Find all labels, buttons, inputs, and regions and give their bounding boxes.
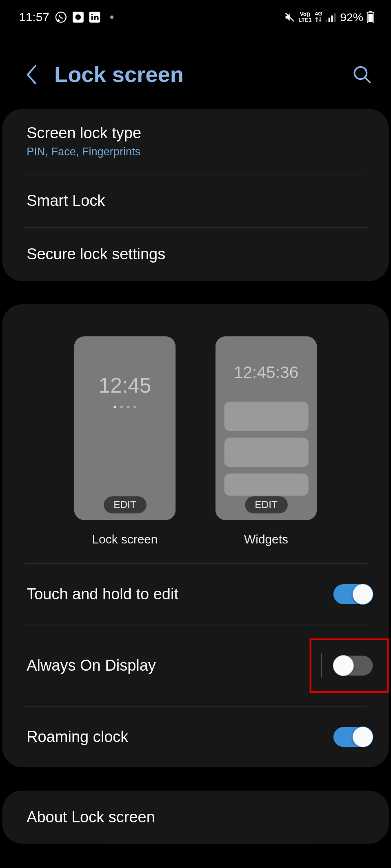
page-title: Lock screen	[54, 62, 337, 87]
status-left: 11:57	[19, 10, 113, 24]
row-screen-lock-type[interactable]: Screen lock type PIN, Face, Fingerprints	[2, 109, 389, 174]
preview-clock: 12:45:36	[234, 363, 298, 382]
svg-rect-8	[329, 18, 330, 22]
preview-clock: 12:45	[98, 374, 151, 398]
svg-rect-7	[326, 20, 327, 22]
svg-point-2	[76, 14, 81, 20]
row-title: Screen lock type	[27, 124, 364, 142]
widget-blocks	[224, 402, 308, 496]
row-title: Secure lock settings	[27, 246, 364, 263]
battery-percent: 92%	[340, 11, 363, 24]
toggle-label: Roaming clock	[27, 728, 128, 746]
svg-point-14	[354, 67, 367, 79]
linkedin-icon	[89, 11, 100, 22]
row-title: About Lock screen	[27, 808, 364, 826]
more-notifications-dot	[110, 15, 113, 19]
data-arrows-icon	[315, 17, 322, 23]
about-card: About Lock screen	[2, 791, 389, 844]
previews-container: 12:45 EDIT Lock screen 12:45:36 EDIT Wid…	[2, 304, 389, 563]
status-right: Vo)) LTE1 4G 92%	[284, 11, 374, 24]
signal-icon	[326, 12, 337, 22]
row-roaming-clock[interactable]: Roaming clock	[2, 707, 389, 767]
preview-phone-widgets: 12:45:36 EDIT	[215, 336, 317, 520]
toggle-label: Touch and hold to edit	[27, 585, 178, 603]
preview-widgets[interactable]: 12:45:36 EDIT Widgets	[215, 336, 317, 547]
mute-icon	[284, 11, 295, 22]
toggle-label: Always On Display	[27, 657, 156, 674]
svg-rect-10	[334, 13, 335, 22]
highlight-annotation	[310, 638, 389, 693]
status-time: 11:57	[19, 10, 49, 24]
separator	[321, 654, 322, 678]
edit-button[interactable]: EDIT	[104, 496, 147, 513]
row-touch-hold-edit[interactable]: Touch and hold to edit	[2, 564, 389, 625]
svg-rect-9	[331, 15, 333, 22]
row-title: Smart Lock	[27, 192, 364, 210]
status-bar: 11:57 Vo)) LTE1 4G	[0, 0, 391, 29]
svg-point-5	[91, 14, 93, 15]
row-always-on-display[interactable]: Always On Display	[2, 625, 389, 706]
preview-lock-screen[interactable]: 12:45 EDIT Lock screen	[74, 336, 176, 547]
header: Lock screen	[0, 29, 391, 109]
svg-rect-4	[91, 16, 93, 20]
row-subtitle: PIN, Face, Fingerprints	[27, 146, 364, 158]
back-button[interactable]	[25, 63, 39, 85]
svg-rect-13	[368, 14, 373, 22]
roaming-clock-toggle[interactable]	[333, 727, 372, 747]
battery-icon	[367, 11, 374, 23]
page-dots	[113, 406, 136, 409]
touch-hold-toggle[interactable]	[333, 584, 372, 604]
preview-phone-lock: 12:45 EDIT	[74, 336, 176, 520]
volte-indicator: Vo)) LTE1	[298, 11, 311, 22]
preview-label: Widgets	[244, 532, 288, 546]
previews-card: 12:45 EDIT Lock screen 12:45:36 EDIT Wid…	[2, 304, 389, 767]
app-icon	[73, 11, 84, 22]
preview-label: Lock screen	[92, 532, 158, 546]
svg-line-15	[366, 78, 370, 82]
aod-toggle[interactable]	[334, 656, 373, 676]
row-secure-lock-settings[interactable]: Secure lock settings	[2, 228, 389, 281]
lock-options-card: Screen lock type PIN, Face, Fingerprints…	[2, 109, 389, 281]
network-indicator: 4G	[315, 11, 322, 23]
edit-button[interactable]: EDIT	[245, 496, 288, 513]
row-about-lock-screen[interactable]: About Lock screen	[2, 791, 389, 844]
search-button[interactable]	[352, 64, 372, 84]
row-smart-lock[interactable]: Smart Lock	[2, 174, 389, 227]
whatsapp-icon	[55, 11, 67, 23]
